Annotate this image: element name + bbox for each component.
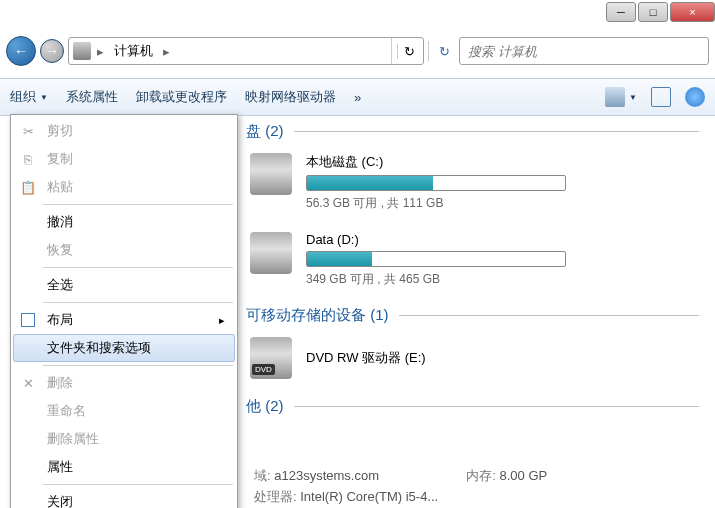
- drive-usage-bar: [306, 175, 566, 191]
- layout-icon: [19, 311, 37, 329]
- breadcrumb-segment[interactable]: 计算机: [110, 42, 157, 60]
- hdd-icon: [250, 232, 292, 274]
- footer-domain: 域: a123systems.com: [254, 467, 438, 485]
- details-pane: 域: a123systems.com 处理器: Intel(R) Core(TM…: [238, 460, 707, 508]
- back-button[interactable]: ←: [6, 36, 36, 66]
- menu-separator: [43, 302, 233, 303]
- drive-name: 本地磁盘 (C:): [306, 153, 699, 175]
- drive-name: DVD RW 驱动器 (E:): [306, 337, 699, 371]
- toolbar: 组织 系统属性 卸载或更改程序 映射网络驱动器 »: [0, 78, 715, 116]
- help-button[interactable]: [685, 87, 705, 107]
- paste-icon: 📋: [19, 178, 37, 196]
- menu-redo: 恢复: [13, 236, 235, 264]
- menu-separator: [43, 365, 233, 366]
- menu-close[interactable]: 关闭: [13, 488, 235, 508]
- menu-cut: ✂ 剪切: [13, 117, 235, 145]
- help-icon: [685, 87, 705, 107]
- preview-pane-button[interactable]: [651, 87, 671, 107]
- computer-icon: [73, 42, 91, 60]
- menu-select-all[interactable]: 全选: [13, 271, 235, 299]
- menu-separator: [43, 204, 233, 205]
- refresh-button[interactable]: ↻: [391, 38, 419, 64]
- maximize-button[interactable]: □: [638, 2, 668, 22]
- organize-dropdown-menu: ✂ 剪切 ⎘ 复制 📋 粘贴 撤消 恢复 全选 布局 文件夹和搜索选项 ✕ 删除…: [10, 114, 238, 508]
- more-commands-button[interactable]: »: [354, 90, 361, 105]
- map-network-drive-button[interactable]: 映射网络驱动器: [245, 88, 336, 106]
- menu-remove-properties: 删除属性: [13, 425, 235, 453]
- footer-cpu: 处理器: Intel(R) Core(TM) i5-4...: [254, 488, 438, 506]
- drive-usage-bar: [306, 251, 566, 267]
- view-icon: [605, 87, 625, 107]
- menu-folder-options[interactable]: 文件夹和搜索选项: [13, 334, 235, 362]
- menu-undo[interactable]: 撤消: [13, 208, 235, 236]
- view-mode-button[interactable]: [605, 87, 637, 107]
- divider: [428, 41, 429, 61]
- window-controls: ─ □ ×: [606, 2, 715, 22]
- menu-separator: [43, 267, 233, 268]
- search-box: [459, 37, 709, 65]
- drive-d[interactable]: Data (D:) 349 GB 可用 , 共 465 GB: [246, 224, 699, 300]
- refresh-alt-button[interactable]: ↻: [433, 44, 455, 59]
- system-properties-button[interactable]: 系统属性: [66, 88, 118, 106]
- section-hard-drives: 盘 (2): [246, 116, 699, 145]
- uninstall-programs-button[interactable]: 卸载或更改程序: [136, 88, 227, 106]
- cut-icon: ✂: [19, 122, 37, 140]
- menu-separator: [43, 484, 233, 485]
- menu-paste: 📋 粘贴: [13, 173, 235, 201]
- drive-c[interactable]: 本地磁盘 (C:) 56.3 GB 可用 , 共 111 GB: [246, 145, 699, 224]
- chevron-right-icon: ▸: [161, 44, 172, 59]
- drive-stats: 349 GB 可用 , 共 465 GB: [306, 267, 699, 288]
- navigation-bar: ← → ▸ 计算机 ▸ ↻ ↻: [0, 30, 715, 72]
- section-other: 他 (2): [246, 391, 699, 420]
- minimize-button[interactable]: ─: [606, 2, 636, 22]
- menu-rename: 重命名: [13, 397, 235, 425]
- content-area: 盘 (2) 本地磁盘 (C:) 56.3 GB 可用 , 共 111 GB Da…: [238, 116, 707, 508]
- drive-name: Data (D:): [306, 232, 699, 251]
- address-bar[interactable]: ▸ 计算机 ▸ ↻: [68, 37, 424, 65]
- menu-properties[interactable]: 属性: [13, 453, 235, 481]
- menu-delete: ✕ 删除: [13, 369, 235, 397]
- menu-layout[interactable]: 布局: [13, 306, 235, 334]
- chevron-right-icon: ▸: [95, 44, 106, 59]
- section-removable: 可移动存储的设备 (1): [246, 300, 699, 329]
- menu-copy: ⎘ 复制: [13, 145, 235, 173]
- footer-memory: 内存: 8.00 GP: [466, 467, 547, 485]
- drive-dvd[interactable]: DVD RW 驱动器 (E:): [246, 329, 699, 391]
- search-input[interactable]: [468, 38, 700, 64]
- hdd-icon: [250, 153, 292, 195]
- drive-stats: 56.3 GB 可用 , 共 111 GB: [306, 191, 699, 212]
- organize-menu-button[interactable]: 组织: [10, 88, 48, 106]
- preview-icon: [651, 87, 671, 107]
- forward-button[interactable]: →: [40, 39, 64, 63]
- close-button[interactable]: ×: [670, 2, 715, 22]
- delete-icon: ✕: [19, 374, 37, 392]
- copy-icon: ⎘: [19, 150, 37, 168]
- dvd-icon: [250, 337, 292, 379]
